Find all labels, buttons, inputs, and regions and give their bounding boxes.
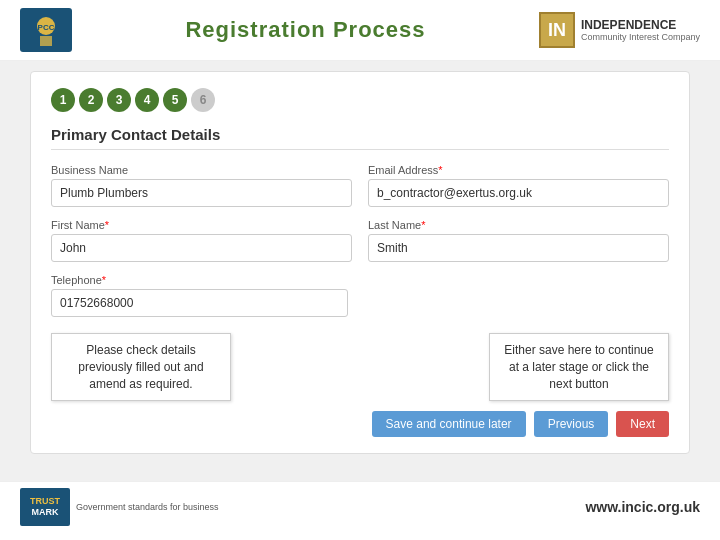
step-2[interactable]: 2 [79,88,103,112]
business-name-group: Business Name [51,164,352,207]
first-name-input[interactable] [51,234,352,262]
company-type: Community Interest Company [581,32,700,42]
email-input[interactable] [368,179,669,207]
trust-mark: TRUST MARK Government standards for busi… [20,488,219,526]
header: PCC Registration Process IN INDEPENDENCE… [0,0,720,61]
last-name-input[interactable] [368,234,669,262]
left-tooltip: Please check details previously filled o… [51,333,231,401]
footer: TRUST MARK Government standards for busi… [0,481,720,532]
last-name-group: Last Name* [368,219,669,262]
form-row-1: Business Name Email Address* [51,164,669,207]
independence-logo: IN INDEPENDENCE Community Interest Compa… [539,12,700,48]
svg-text:PCC: PCC [38,23,55,32]
page-title: Registration Process [185,17,425,43]
main-content: 1 2 3 4 5 6 Primary Contact Details Busi… [0,61,720,481]
action-buttons: Save and continue later Previous Next [51,411,669,437]
business-name-input[interactable] [51,179,352,207]
plymouth-logo: PCC [20,8,72,52]
trust-sub-text: Government standards for business [76,502,219,512]
step-1[interactable]: 1 [51,88,75,112]
email-label: Email Address* [368,164,669,176]
save-button[interactable]: Save and continue later [372,411,526,437]
next-button[interactable]: Next [616,411,669,437]
trust-badge: TRUST MARK [20,488,70,526]
first-name-group: First Name* [51,219,352,262]
footer-url: www.incic.org.uk [585,499,700,515]
progress-steps: 1 2 3 4 5 6 [51,88,669,112]
step-5[interactable]: 5 [163,88,187,112]
previous-button[interactable]: Previous [534,411,609,437]
telephone-group: Telephone* [51,274,348,317]
form-row-3: Telephone* [51,274,669,317]
form-row-2: First Name* Last Name* [51,219,669,262]
email-group: Email Address* [368,164,669,207]
step-3[interactable]: 3 [107,88,131,112]
business-name-label: Business Name [51,164,352,176]
company-name: INDEPENDENCE [581,18,700,32]
company-info: INDEPENDENCE Community Interest Company [581,18,700,42]
in-badge: IN [539,12,575,48]
section-title: Primary Contact Details [51,126,669,150]
step-4[interactable]: 4 [135,88,159,112]
tooltip-area: Please check details previously filled o… [51,333,669,401]
first-name-label: First Name* [51,219,352,231]
telephone-label: Telephone* [51,274,348,286]
form-card: 1 2 3 4 5 6 Primary Contact Details Busi… [30,71,690,454]
right-tooltip: Either save here to continue at a later … [489,333,669,401]
telephone-input[interactable] [51,289,348,317]
last-name-label: Last Name* [368,219,669,231]
svg-rect-2 [40,36,52,46]
step-6[interactable]: 6 [191,88,215,112]
